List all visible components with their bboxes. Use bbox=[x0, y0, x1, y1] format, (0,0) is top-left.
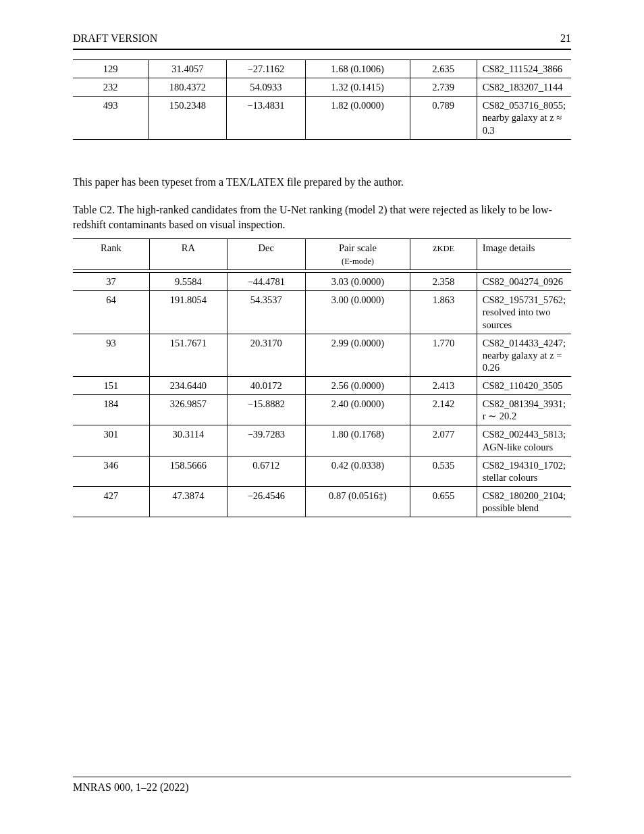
table-row: 64 191.8054 54.3537 3.00 (0.0000) 1.863 … bbox=[73, 291, 571, 334]
table-c2: Rank RA Dec Pair scale (E-mode) zKDE Ima… bbox=[73, 238, 571, 517]
cell-z: 2.077 bbox=[410, 425, 477, 456]
cell-ra: 150.2348 bbox=[149, 97, 227, 139]
cell-rank: 37 bbox=[73, 273, 149, 291]
table-c2-caption: Table C2. The high-ranked candidates fro… bbox=[73, 203, 571, 232]
cell-pair: 1.82 (0.0000) bbox=[305, 97, 410, 139]
cell-details: CS82_194310_1702; stellar colours bbox=[477, 456, 571, 486]
cell-dec: −15.8882 bbox=[227, 395, 306, 425]
col-ra: RA bbox=[149, 239, 227, 270]
cell-rank: 493 bbox=[73, 97, 149, 139]
cell-details: CS82_110420_3505 bbox=[477, 377, 571, 395]
cell-ra: 191.8054 bbox=[149, 291, 227, 334]
cell-z: 2.739 bbox=[410, 78, 477, 97]
table-row: 37 9.5584 −44.4781 3.03 (0.0000) 2.358 C… bbox=[73, 273, 571, 291]
cell-rank: 427 bbox=[73, 486, 149, 517]
table-row: 232 180.4372 54.0933 1.32 (0.1415) 2.739… bbox=[73, 78, 571, 97]
cell-ra: 180.4372 bbox=[149, 78, 227, 97]
col-z: zKDE bbox=[410, 239, 477, 270]
cell-details: CS82_195731_5762; resolved into two sour… bbox=[477, 291, 571, 334]
footer: MNRAS 000, 1–22 (2022) bbox=[73, 777, 571, 793]
cell-dec: 54.0933 bbox=[227, 78, 305, 97]
cell-pair: 3.00 (0.0000) bbox=[305, 291, 410, 334]
cell-rank: 232 bbox=[73, 78, 149, 97]
table-row: 151 234.6440 40.0172 2.56 (0.0000) 2.413… bbox=[73, 377, 571, 395]
cell-details: CS82_081394_3931; r ∼ 20.2 bbox=[477, 395, 571, 425]
cell-rank: 184 bbox=[73, 395, 149, 425]
table-a-continued: 129 31.4057 −27.1162 1.68 (0.1006) 2.635… bbox=[73, 59, 571, 140]
cell-pair: 2.99 (0.0000) bbox=[305, 334, 410, 376]
cell-pair: 0.42 (0.0338) bbox=[305, 456, 410, 486]
cell-details: CS82_014433_4247; nearby galaxy at z = 0… bbox=[477, 334, 571, 376]
cell-z: 1.863 bbox=[410, 291, 477, 334]
cell-rank: 64 bbox=[73, 291, 149, 334]
col-details: Image details bbox=[477, 239, 571, 270]
cell-rank: 129 bbox=[73, 60, 149, 78]
cell-dec: 40.0172 bbox=[227, 377, 306, 395]
table-row: 427 47.3874 −26.4546 0.87 (0.0516‡) 0.65… bbox=[73, 486, 571, 517]
footer-left: MNRAS 000, 1–22 (2022) bbox=[73, 781, 189, 793]
cell-dec: −44.4781 bbox=[227, 273, 306, 291]
table-row: 129 31.4057 −27.1162 1.68 (0.1006) 2.635… bbox=[73, 60, 571, 78]
cell-pair: 1.32 (0.1415) bbox=[305, 78, 410, 97]
cell-z: 2.635 bbox=[410, 60, 477, 78]
cell-ra: 158.5666 bbox=[149, 456, 227, 486]
table-row: 346 158.5666 0.6712 0.42 (0.0338) 0.535 … bbox=[73, 456, 571, 486]
table-row: 493 150.2348 −13.4831 1.82 (0.0000) 0.78… bbox=[73, 97, 571, 139]
cell-dec: 54.3537 bbox=[227, 291, 306, 334]
cell-ra: 9.5584 bbox=[149, 273, 227, 291]
col-dec: Dec bbox=[227, 239, 306, 270]
cell-z: 2.142 bbox=[410, 395, 477, 425]
col-pair: Pair scale (E-mode) bbox=[305, 239, 410, 270]
cell-pair: 1.80 (0.1768) bbox=[305, 425, 410, 456]
cell-rank: 346 bbox=[73, 456, 149, 486]
cell-dec: −26.4546 bbox=[227, 486, 306, 517]
page-number: 21 bbox=[560, 32, 571, 45]
cell-z: 1.770 bbox=[410, 334, 477, 376]
table-row: 93 151.7671 20.3170 2.99 (0.0000) 1.770 … bbox=[73, 334, 571, 376]
cell-z: 2.358 bbox=[410, 273, 477, 291]
table-header-row: Rank RA Dec Pair scale (E-mode) zKDE Ima… bbox=[73, 239, 571, 270]
cell-ra: 151.7671 bbox=[149, 334, 227, 376]
cell-pair: 2.56 (0.0000) bbox=[305, 377, 410, 395]
cell-dec: −39.7283 bbox=[227, 425, 306, 456]
cell-pair: 1.68 (0.1006) bbox=[305, 60, 410, 78]
cell-rank: 151 bbox=[73, 377, 149, 395]
cell-details: CS82_183207_1144 bbox=[477, 78, 571, 97]
typeset-note: This paper has been typeset from a TEX/L… bbox=[73, 175, 571, 190]
running-head: DRAFT VERSION 21 bbox=[73, 32, 571, 50]
cell-ra: 47.3874 bbox=[149, 486, 227, 517]
cell-pair: 3.03 (0.0000) bbox=[305, 273, 410, 291]
cell-z: 2.413 bbox=[410, 377, 477, 395]
cell-details: CS82_111524_3866 bbox=[477, 60, 571, 78]
cell-pair: 0.87 (0.0516‡) bbox=[305, 486, 410, 517]
cell-dec: 0.6712 bbox=[227, 456, 306, 486]
cell-details: CS82_004274_0926 bbox=[477, 273, 571, 291]
cell-details: CS82_053716_8055; nearby galaxy at z ≈ 0… bbox=[477, 97, 571, 139]
table-row: 184 326.9857 −15.8882 2.40 (0.0000) 2.14… bbox=[73, 395, 571, 425]
cell-ra: 326.9857 bbox=[149, 395, 227, 425]
table-row: 301 30.3114 −39.7283 1.80 (0.1768) 2.077… bbox=[73, 425, 571, 456]
cell-details: CS82_180200_2104; possible blend bbox=[477, 486, 571, 517]
cell-dec: 20.3170 bbox=[227, 334, 306, 376]
col-rank: Rank bbox=[73, 239, 149, 270]
cell-z: 0.789 bbox=[410, 97, 477, 139]
cell-dec: −13.4831 bbox=[227, 97, 305, 139]
cell-pair: 2.40 (0.0000) bbox=[305, 395, 410, 425]
cell-details: CS82_002443_5813; AGN-like colours bbox=[477, 425, 571, 456]
cell-dec: −27.1162 bbox=[227, 60, 305, 78]
cell-ra: 234.6440 bbox=[149, 377, 227, 395]
cell-z: 0.655 bbox=[410, 486, 477, 517]
cell-ra: 30.3114 bbox=[149, 425, 227, 456]
running-head-left: DRAFT VERSION bbox=[73, 32, 157, 45]
cell-rank: 301 bbox=[73, 425, 149, 456]
cell-z: 0.535 bbox=[410, 456, 477, 486]
cell-rank: 93 bbox=[73, 334, 149, 376]
cell-ra: 31.4057 bbox=[149, 60, 227, 78]
